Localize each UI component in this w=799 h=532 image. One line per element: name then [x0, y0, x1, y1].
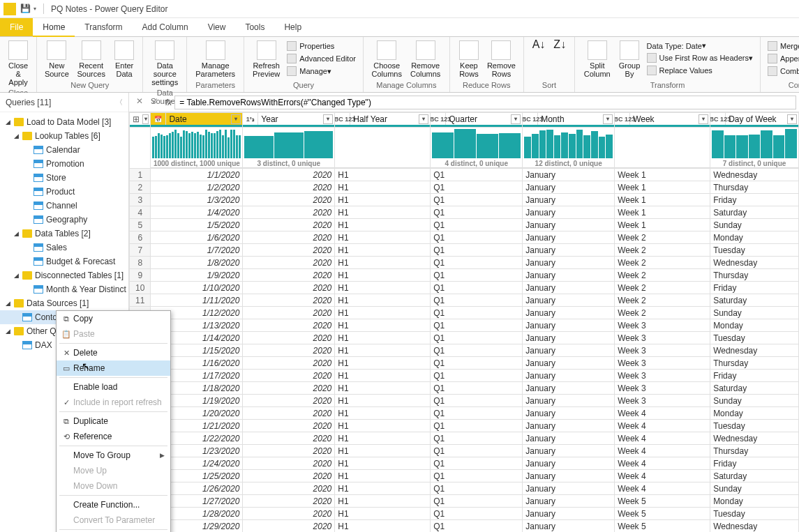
query-folder[interactable]: ◢Lookup Tables [6]: [0, 129, 128, 143]
query-item[interactable]: Budget & Forecast: [0, 254, 128, 268]
column-header[interactable]: ABC 123Week▾: [615, 113, 710, 128]
table-row[interactable]: 101/10/20202020H1Q1JanuaryWeek 2Friday: [130, 282, 799, 294]
tab-transform[interactable]: Transform: [75, 18, 132, 36]
table-row[interactable]: 1/17/20202020H1Q1JanuaryWeek 3Friday: [130, 370, 799, 382]
manage-query-button[interactable]: Manage ▾: [284, 65, 359, 77]
query-item[interactable]: Store: [0, 171, 128, 185]
query-item[interactable]: Product: [0, 185, 128, 199]
column-header[interactable]: ABC 123Month▾: [523, 113, 615, 128]
table-row[interactable]: 1/28/20202020H1Q1JanuaryWeek 5Tuesday: [130, 508, 799, 520]
tab-view[interactable]: View: [198, 18, 236, 36]
query-folder[interactable]: ◢Disconnected Tables [1]: [0, 268, 128, 282]
tab-help[interactable]: Help: [274, 18, 311, 36]
replace-values-button[interactable]: Replace Values: [644, 64, 756, 77]
table-row[interactable]: 1/25/20202020H1Q1JanuaryWeek 4Saturday: [130, 470, 799, 482]
table-row[interactable]: 1/13/20202020H1Q1JanuaryWeek 3Monday: [130, 319, 799, 332]
type-icon[interactable]: 📅: [151, 113, 166, 125]
table-row[interactable]: 11/1/20202020H1Q1JanuaryWeek 1Wednesday: [130, 169, 799, 181]
filter-icon[interactable]: ▾: [603, 114, 613, 124]
first-row-headers-button[interactable]: Use First Row as Headers ▾: [644, 52, 756, 64]
new-source-button[interactable]: New Source: [41, 38, 72, 80]
choose-columns-button[interactable]: Choose Columns: [368, 38, 406, 80]
type-icon[interactable]: ABC 123: [710, 113, 726, 125]
recent-sources-button[interactable]: Recent Sources: [73, 38, 110, 80]
tab-add-column[interactable]: Add Column: [133, 18, 198, 36]
query-item[interactable]: Calendar: [0, 143, 128, 157]
menu-item-rename[interactable]: ▭Rename: [57, 360, 170, 376]
query-folder[interactable]: ◢Data Sources [1]: [0, 296, 128, 310]
table-row[interactable]: 1/29/20202020H1Q1JanuaryWeek 5Wednesday: [130, 520, 799, 533]
column-header[interactable]: 📅Date▾: [151, 113, 243, 128]
merge-queries-button[interactable]: Merge Queries ▾: [765, 40, 799, 52]
tab-home[interactable]: Home: [33, 18, 75, 37]
table-row[interactable]: 91/9/20202020H1Q1JanuaryWeek 2Thursday: [130, 269, 799, 282]
table-row[interactable]: 1/21/20202020H1Q1JanuaryWeek 4Tuesday: [130, 420, 799, 432]
append-queries-button[interactable]: Append Queries ▾: [765, 52, 799, 65]
accept-step-icon[interactable]: ✓: [149, 96, 161, 109]
column-header[interactable]: ABC 123Day of Week▾: [710, 113, 799, 128]
menu-item-create-function-[interactable]: Create Function...: [57, 497, 170, 512]
table-options-icon[interactable]: ▾: [142, 114, 149, 124]
split-column-button[interactable]: Split Column: [579, 38, 615, 80]
table-row[interactable]: 61/6/20202020H1Q1JanuaryWeek 2Monday: [130, 231, 799, 244]
type-icon[interactable]: ABC 123: [523, 113, 538, 125]
type-icon[interactable]: ABC 123: [615, 113, 630, 125]
data-source-settings-button[interactable]: Data source settings: [147, 38, 182, 89]
fx-icon[interactable]: fx: [165, 98, 172, 107]
sort-asc-button[interactable]: A↓: [528, 38, 550, 51]
remove-columns-button[interactable]: Remove Columns: [406, 38, 445, 80]
type-icon[interactable]: 1²₃: [243, 113, 258, 125]
query-folder[interactable]: ◢Load to Data Model [3]: [0, 115, 128, 129]
column-header[interactable]: 1²₃Year▾: [243, 113, 335, 128]
query-item[interactable]: Channel: [0, 199, 128, 213]
query-item[interactable]: Month & Year Distinct: [0, 282, 128, 296]
table-row[interactable]: 1/24/20202020H1Q1JanuaryWeek 4Friday: [130, 457, 799, 470]
query-item[interactable]: Promotion: [0, 157, 128, 171]
collapse-queries-icon[interactable]: 〈: [116, 98, 123, 107]
table-row[interactable]: 1/22/20202020H1Q1JanuaryWeek 4Wednesday: [130, 432, 799, 445]
type-icon[interactable]: ABC 123: [431, 113, 446, 125]
table-row[interactable]: 21/2/20202020H1Q1JanuaryWeek 1Thursday: [130, 181, 799, 194]
query-item[interactable]: Geography: [0, 213, 128, 227]
type-icon[interactable]: ABC 123: [335, 113, 350, 125]
menu-item-reference[interactable]: ⟲Reference: [57, 429, 170, 444]
properties-button[interactable]: Properties: [284, 40, 359, 52]
table-row[interactable]: 1/26/20202020H1Q1JanuaryWeek 4Sunday: [130, 482, 799, 495]
menu-item-move-to-group[interactable]: Move To Group▶: [57, 448, 170, 463]
table-row[interactable]: 1/23/20202020H1Q1JanuaryWeek 4Thursday: [130, 445, 799, 457]
filter-icon[interactable]: ▾: [699, 114, 708, 124]
formula-input[interactable]: [174, 96, 796, 109]
menu-item-enable-load[interactable]: Enable load: [57, 379, 170, 395]
filter-icon[interactable]: ▾: [787, 114, 797, 124]
table-row[interactable]: 71/7/20202020H1Q1JanuaryWeek 2Tuesday: [130, 244, 799, 257]
data-type-button[interactable]: Data Type: Date ▾: [644, 40, 756, 52]
table-row[interactable]: 51/5/20202020H1Q1JanuaryWeek 1Sunday: [130, 219, 799, 231]
tab-tools[interactable]: Tools: [235, 18, 274, 36]
query-folder[interactable]: ◢Data Tables [2]: [0, 227, 128, 241]
remove-rows-button[interactable]: Remove Rows: [484, 38, 519, 80]
table-row[interactable]: 1/20/20202020H1Q1JanuaryWeek 4Monday: [130, 407, 799, 420]
keep-rows-button[interactable]: Keep Rows: [454, 38, 484, 80]
table-row[interactable]: 1/14/20202020H1Q1JanuaryWeek 3Tuesday: [130, 332, 799, 344]
qat-dropdown[interactable]: ▾: [33, 6, 40, 12]
filter-icon[interactable]: ▾: [231, 114, 241, 124]
tab-file[interactable]: File: [0, 18, 33, 36]
table-row[interactable]: 1/19/20202020H1Q1JanuaryWeek 3Sunday: [130, 395, 799, 407]
table-row[interactable]: 1/27/20202020H1Q1JanuaryWeek 5Monday: [130, 495, 799, 508]
table-row[interactable]: 1/15/20202020H1Q1JanuaryWeek 3Wednesday: [130, 344, 799, 357]
sort-desc-button[interactable]: Z↓: [549, 38, 570, 51]
table-row[interactable]: 111/11/20202020H1Q1JanuaryWeek 2Saturday: [130, 294, 799, 307]
combine-files-button[interactable]: Combine Files: [765, 65, 799, 77]
table-row[interactable]: 1/16/20202020H1Q1JanuaryWeek 3Thursday: [130, 357, 799, 370]
column-header[interactable]: ABC 123Half Year▾: [335, 113, 431, 128]
filter-icon[interactable]: ▾: [419, 114, 428, 124]
menu-item-copy[interactable]: ⧉Copy: [57, 311, 170, 326]
save-icon[interactable]: 💾: [20, 3, 31, 15]
menu-item-duplicate[interactable]: ⧉Duplicate: [57, 413, 170, 429]
enter-data-button[interactable]: Enter Data: [110, 38, 138, 80]
close-apply-button[interactable]: Close & Apply: [4, 38, 32, 89]
table-row[interactable]: 31/3/20202020H1Q1JanuaryWeek 1Friday: [130, 194, 799, 206]
menu-item-delete[interactable]: ✕Delete: [57, 345, 170, 360]
delete-step-icon[interactable]: ✕: [133, 96, 146, 109]
column-header[interactable]: ABC 123Quarter▾: [431, 113, 523, 128]
